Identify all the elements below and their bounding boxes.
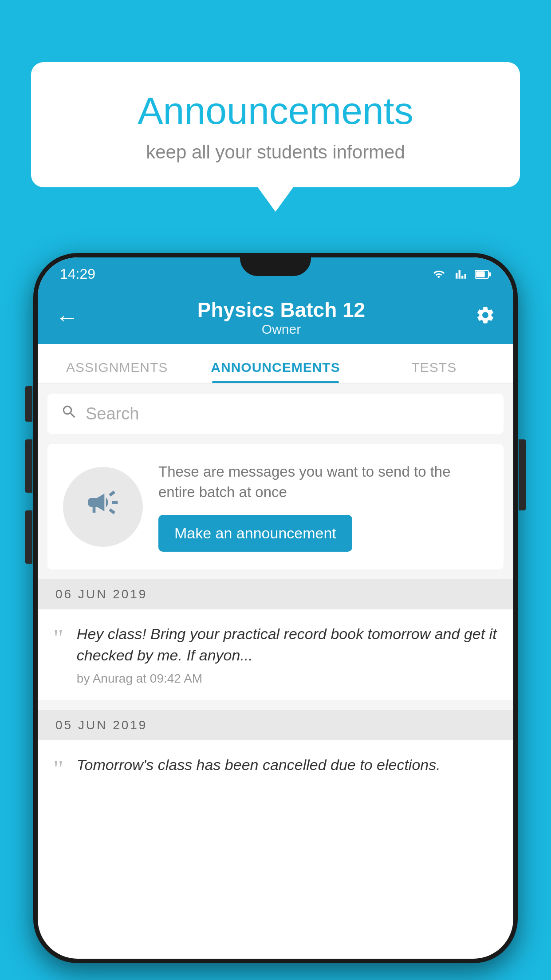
bubble-title: Announcements [58, 89, 493, 133]
app-bar-subtitle: Owner [87, 322, 475, 337]
quote-icon-1: " [53, 626, 63, 685]
quote-icon-2: " [53, 757, 63, 782]
search-bar[interactable]: Search [47, 394, 504, 434]
app-bar-center: Physics Batch 12 Owner [87, 298, 475, 337]
tab-bar: ASSIGNMENTS ANNOUNCEMENTS TESTS [38, 344, 513, 384]
status-icons [431, 269, 491, 280]
search-placeholder: Search [86, 404, 139, 423]
announcement-prompt: These are messages you want to send to t… [47, 444, 504, 569]
side-button-1 [25, 386, 32, 422]
date-divider-1: 06 JUN 2019 [38, 579, 513, 609]
settings-button[interactable] [475, 305, 496, 330]
announcement-text-2: Tomorrow's class has been cancelled due … [77, 755, 498, 776]
svg-rect-2 [489, 272, 492, 276]
status-time: 14:29 [60, 266, 95, 282]
back-button[interactable]: ← [55, 304, 79, 331]
battery-icon [475, 269, 491, 280]
announcement-content-2: Tomorrow's class has been cancelled due … [77, 755, 498, 782]
date-divider-2: 05 JUN 2019 [38, 710, 513, 740]
megaphone-circle [63, 467, 143, 547]
side-button-2 [25, 439, 32, 493]
signal-icon [453, 269, 469, 280]
tab-announcements[interactable]: ANNOUNCEMENTS [196, 360, 354, 383]
settings-icon [475, 305, 496, 325]
side-button-3 [25, 510, 32, 564]
speech-bubble-section: Announcements keep all your students inf… [31, 62, 520, 212]
date-label-1: 06 JUN 2019 [55, 587, 147, 601]
prompt-description: These are messages you want to send to t… [158, 462, 488, 502]
announcement-content-1: Hey class! Bring your practical record b… [77, 624, 498, 685]
make-announcement-button[interactable]: Make an announcement [158, 515, 352, 552]
announcement-item-2[interactable]: " Tomorrow's class has been cancelled du… [38, 740, 513, 796]
phone-wrapper: 14:29 ← [33, 253, 518, 980]
phone-outer: 14:29 ← [33, 253, 518, 963]
speech-bubble: Announcements keep all your students inf… [31, 62, 520, 187]
bubble-subtitle: keep all your students informed [58, 142, 493, 163]
announcement-meta-1: by Anurag at 09:42 AM [77, 672, 498, 686]
megaphone-icon [85, 485, 121, 529]
bubble-arrow [258, 187, 293, 212]
app-bar-title: Physics Batch 12 [87, 298, 475, 322]
content-area: Search These are messages you want to se… [38, 384, 513, 796]
date-label-2: 05 JUN 2019 [55, 718, 147, 732]
wifi-icon [431, 269, 447, 280]
status-bar: 14:29 [38, 257, 513, 291]
app-bar: ← Physics Batch 12 Owner [38, 291, 513, 344]
side-button-right [519, 439, 526, 510]
phone-screen: 14:29 ← [38, 257, 513, 959]
announcement-item-1[interactable]: " Hey class! Bring your practical record… [38, 609, 513, 700]
notch [240, 257, 311, 276]
tab-assignments[interactable]: ASSIGNMENTS [38, 360, 196, 383]
announcement-text-1: Hey class! Bring your practical record b… [77, 624, 498, 666]
prompt-right: These are messages you want to send to t… [158, 462, 488, 552]
tab-tests[interactable]: TESTS [355, 360, 513, 383]
search-icon [61, 403, 78, 424]
svg-rect-1 [476, 271, 485, 277]
